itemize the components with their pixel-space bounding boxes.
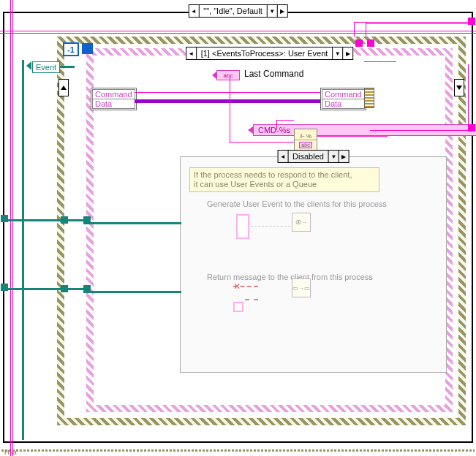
last-command-label: Last Command bbox=[244, 69, 303, 79]
tunnel-teal-event-1 bbox=[83, 216, 91, 224]
outer-case-label: "", "Idle", Default bbox=[199, 7, 266, 15]
bottom-status-bar bbox=[1, 449, 475, 452]
event-prev-icon[interactable]: ◄ bbox=[186, 48, 197, 59]
shift-register-left-icon bbox=[58, 79, 69, 96]
generate-user-event-icon[interactable]: ⦿→ bbox=[292, 213, 311, 232]
last-command-indicator-icon: abc bbox=[216, 70, 240, 80]
format-into-string-icon[interactable]: ⊩ % abc bbox=[294, 129, 317, 152]
tunnel-teal-2 bbox=[61, 285, 68, 292]
case-next-icon[interactable]: ▼ bbox=[267, 5, 277, 17]
disabled-menu-icon[interactable]: ▶ bbox=[339, 151, 349, 162]
bundle-by-name-right[interactable]: Command Data bbox=[320, 88, 366, 110]
shift-register-right-icon bbox=[454, 79, 464, 96]
outer-case-selector[interactable]: ◄ "", "Idle", Default ▼ ▶ bbox=[188, 4, 287, 18]
while-loop: ◄ [1] <EventsToProcess>: User Event ▼ ▶ … bbox=[57, 37, 466, 425]
disabled-comment: If the process needs to respond to the c… bbox=[189, 167, 379, 192]
line-gen-event bbox=[251, 226, 290, 227]
loop-stop-terminal-icon[interactable] bbox=[82, 43, 93, 54]
tunnel-pink-top-2 bbox=[367, 39, 374, 47]
tunnel-pink-top-1 bbox=[355, 39, 363, 47]
case-menu-icon[interactable]: ▶ bbox=[277, 5, 287, 17]
bundle-output-icon bbox=[364, 88, 374, 108]
disabled-label: Disabled bbox=[288, 152, 328, 161]
disabled-next-icon[interactable]: ▼ bbox=[328, 151, 339, 162]
event-structure: ◄ [1] <EventsToProcess>: User Event ▼ ▶ … bbox=[86, 48, 453, 412]
outer-case-structure: ◄ "", "Idle", Default ▼ ▶ ◄ [1] <EventsT… bbox=[3, 12, 473, 443]
disabled-diagram: ◄ Disabled ▼ ▶ If the process needs to r… bbox=[180, 156, 447, 373]
user-event-ref-icon bbox=[236, 214, 249, 239]
outer-tunnel-teal-2 bbox=[1, 284, 8, 291]
unbundle-by-name-left[interactable]: Command Data bbox=[91, 88, 137, 110]
tunnel-teal-event-2 bbox=[83, 285, 91, 292]
broken-wire-x-icon: ✕ bbox=[233, 281, 241, 292]
event-case-selector[interactable]: ◄ [1] <EventsToProcess>: User Event ▼ ▶ bbox=[186, 47, 354, 60]
broken-wire2-icon bbox=[245, 299, 258, 300]
loop-iteration-terminal: -1 bbox=[63, 42, 79, 56]
enqueue-element-icon[interactable]: ▭→▭ bbox=[292, 278, 311, 297]
disabled-selector[interactable]: ◄ Disabled ▼ ▶ bbox=[277, 150, 350, 163]
event-case-label: [1] <EventsToProcess>: User Event bbox=[197, 49, 333, 58]
return-msg-text: Return message to the client from this p… bbox=[207, 273, 373, 281]
queue-const-icon bbox=[233, 302, 243, 312]
dynamic-event-terminal[interactable]: Event bbox=[32, 61, 60, 73]
outer-tunnel-pink-2 bbox=[468, 124, 475, 132]
case-prev-icon[interactable]: ◄ bbox=[189, 5, 199, 17]
generate-event-text: Generate User Event to the clients for t… bbox=[207, 200, 387, 208]
event-menu-icon[interactable]: ▶ bbox=[342, 48, 352, 59]
disabled-prev-icon[interactable]: ◄ bbox=[278, 151, 288, 162]
outer-tunnel-teal-1 bbox=[1, 215, 8, 222]
tunnel-teal-1 bbox=[61, 216, 68, 224]
event-arrow-icon bbox=[26, 61, 31, 70]
outer-tunnel-pink-1 bbox=[468, 18, 475, 25]
event-next-icon[interactable]: ▼ bbox=[332, 48, 342, 59]
